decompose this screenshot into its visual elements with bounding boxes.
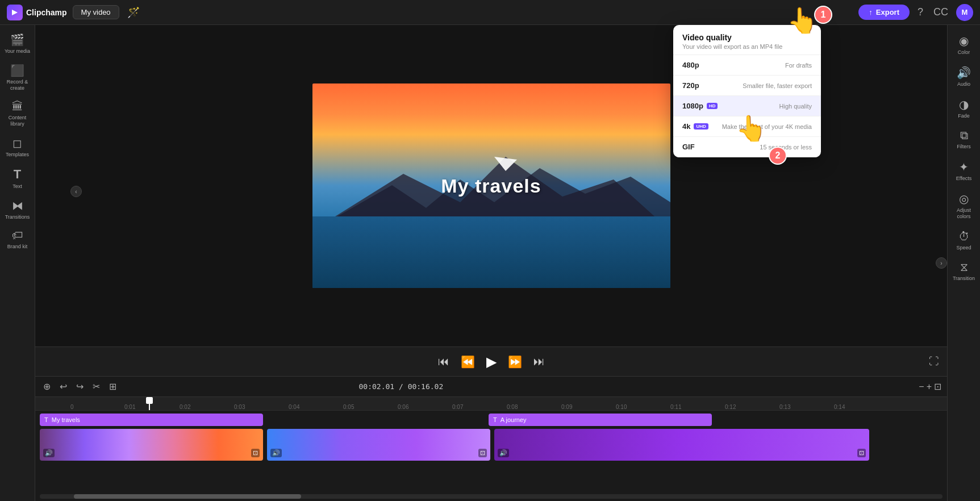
- sidebar-label-record-create: Record & create: [3, 79, 32, 91]
- audio-icon: 🔊: [957, 66, 971, 80]
- sidebar-label-transitions: Transitions: [5, 214, 30, 220]
- water-reflection: [312, 216, 670, 288]
- quality-option-gif[interactable]: GIF 15 seconds or less: [673, 137, 821, 157]
- transport-fast-forward[interactable]: ⏩: [508, 355, 522, 369]
- transition-label: Transition: [953, 275, 975, 282]
- timeline-copy[interactable]: ⊞: [107, 379, 119, 394]
- clip-3-expand-icon: ⊡: [857, 449, 866, 457]
- logo-icon: [7, 5, 23, 20]
- title-clip-2[interactable]: T A journey: [489, 414, 712, 426]
- playhead[interactable]: [149, 397, 150, 411]
- quality-option-1080p[interactable]: 1080p HD High quality: [673, 96, 821, 116]
- timeline-cut[interactable]: ✂: [90, 379, 102, 394]
- magic-icon[interactable]: 🪄: [125, 4, 142, 21]
- transport-rewind[interactable]: ⏪: [461, 355, 475, 369]
- quality-label-4k: 4k UHD: [682, 122, 708, 131]
- timeline-scrollbar[interactable]: [40, 494, 943, 499]
- zoom-fit[interactable]: ⊡: [934, 381, 941, 392]
- video-clip-1[interactable]: 🔊 ⊡: [40, 429, 263, 461]
- video-title-button[interactable]: My video: [73, 5, 119, 19]
- export-arrow-icon: ↑: [869, 8, 873, 16]
- time-separator: /: [399, 382, 408, 391]
- filters-icon: ⧉: [960, 129, 968, 142]
- timeline-tracks: T My travels T A journey 🔊 ⊡: [35, 411, 947, 494]
- sidebar-item-transitions[interactable]: ⧓ Transitions: [2, 195, 33, 224]
- title-icon-1: T: [44, 416, 48, 423]
- title-clip-1[interactable]: T My travels: [40, 414, 263, 426]
- captions-button[interactable]: CC: [931, 4, 950, 20]
- quality-option-4k[interactable]: 4k UHD Make the most of your 4K media: [673, 116, 821, 137]
- fullscreen-button[interactable]: ⛶: [929, 356, 939, 368]
- right-panel-color[interactable]: ◉ Color: [949, 30, 979, 60]
- time-display: 00:02.01 / 00:16.02: [359, 382, 444, 391]
- right-panel-adjust-colors[interactable]: ◎ Adjust colors: [949, 187, 979, 224]
- adjust-colors-label: Adjust colors: [950, 207, 978, 220]
- right-panel-collapse[interactable]: ›: [936, 257, 947, 269]
- timeline-select-tool[interactable]: ⊕: [41, 379, 53, 394]
- export-button[interactable]: ↑ Export: [858, 5, 910, 20]
- timeline: ⊕ ↩ ↪ ✂ ⊞ 00:02.01 / 00:16.02 − + ⊡: [35, 376, 947, 501]
- zoom-out[interactable]: −: [919, 382, 924, 392]
- topbar-left: Clipchamp My video 🪄: [7, 4, 142, 21]
- topbar: Clipchamp My video 🪄 ↑ Export ? CC M: [0, 0, 980, 25]
- zoom-in[interactable]: +: [927, 382, 932, 392]
- sidebar-item-templates[interactable]: ◻ Templates: [2, 133, 33, 161]
- badge-uhd: UHD: [694, 123, 708, 130]
- quality-desc-gif: 15 seconds or less: [760, 144, 812, 151]
- video-title-overlay: My travels: [441, 175, 541, 197]
- sidebar-item-text[interactable]: T Text: [2, 164, 33, 193]
- help-button[interactable]: ?: [915, 4, 925, 20]
- clip-2-expand-icon: ⊡: [478, 449, 487, 457]
- video-track: 🔊 ⊡ 🔊 ⊡ 🔊 ⊡: [35, 428, 947, 462]
- sidebar-item-your-media[interactable]: 🎬 Your media: [2, 30, 33, 58]
- right-panel-transition[interactable]: ⧖ Transition: [949, 256, 979, 286]
- sidebar-item-content-library[interactable]: 🏛 Content library: [2, 97, 33, 131]
- quality-option-480p[interactable]: 480p For drafts: [673, 55, 821, 76]
- right-panel-fade[interactable]: ◑ Fade: [949, 93, 979, 124]
- your-media-icon: 🎬: [10, 33, 24, 47]
- logo: Clipchamp: [7, 5, 67, 20]
- timeline-undo[interactable]: ↩: [57, 379, 69, 394]
- quality-desc-480p: For drafts: [785, 62, 812, 69]
- audio-label: Audio: [957, 81, 970, 87]
- transport-skip-forward[interactable]: ⏭: [533, 355, 545, 368]
- playhead-handle[interactable]: [146, 397, 153, 404]
- quality-dropdown: Video quality Your video will export as …: [673, 25, 821, 157]
- sidebar-label-content-library: Content library: [3, 115, 32, 127]
- video-clip-3[interactable]: 🔊 ⊡: [494, 429, 869, 461]
- timeline-redo[interactable]: ↪: [74, 379, 86, 394]
- avatar: M: [956, 4, 973, 21]
- timeline-scroll-thumb[interactable]: [74, 494, 301, 499]
- title-clip-2-label: A journey: [501, 416, 527, 423]
- transport-skip-back[interactable]: ⏮: [438, 355, 449, 368]
- quality-title: Video quality: [682, 33, 812, 42]
- sidebar-toggle-button[interactable]: ‹: [70, 186, 82, 197]
- right-panel-speed[interactable]: ⏱ Speed: [949, 226, 979, 256]
- brand-kit-icon: 🏷: [12, 229, 23, 242]
- record-icon: ⬛: [10, 64, 24, 77]
- track-container: T My travels T A journey 🔊 ⊡: [35, 411, 947, 464]
- clip-3-volume-icon: 🔊: [498, 449, 509, 457]
- sidebar-item-record-create[interactable]: ⬛ Record & create: [2, 60, 33, 95]
- filters-label: Filters: [957, 144, 971, 150]
- transport-play[interactable]: ▶: [486, 354, 497, 370]
- main-layout: 🎬 Your media ⬛ Record & create 🏛 Content…: [0, 25, 980, 501]
- sidebar-item-brand-kit[interactable]: 🏷 Brand kit: [2, 226, 33, 253]
- video-clip-2[interactable]: 🔊 ⊡: [267, 429, 490, 461]
- right-panel-filters[interactable]: ⧉ Filters: [949, 124, 979, 155]
- clip-2-volume-icon: 🔊: [270, 449, 282, 457]
- right-panel: ◉ Color 🔊 Audio ◑ Fade ⧉ Filters ✦ Effec…: [947, 25, 980, 501]
- quality-option-720p[interactable]: 720p Smaller file, faster export: [673, 76, 821, 96]
- right-panel-effects[interactable]: ✦ Effects: [949, 156, 979, 186]
- quality-desc-4k: Make the most of your 4K media: [722, 123, 812, 130]
- sidebar-label-your-media: Your media: [5, 48, 30, 55]
- speed-icon: ⏱: [958, 230, 970, 243]
- sidebar-label-brand-kit: Brand kit: [7, 244, 28, 250]
- right-panel-audio[interactable]: 🔊 Audio: [949, 61, 979, 92]
- time-current: 00:02.01: [359, 382, 395, 391]
- transition-icon: ⧖: [960, 261, 968, 274]
- transport-controls: ⏮ ⏪ ▶ ⏩ ⏭ ⛶: [35, 346, 947, 376]
- topbar-right: ↑ Export ? CC M: [858, 4, 973, 21]
- quality-label-480p: 480p: [682, 61, 699, 69]
- title-icon-2: T: [493, 416, 497, 423]
